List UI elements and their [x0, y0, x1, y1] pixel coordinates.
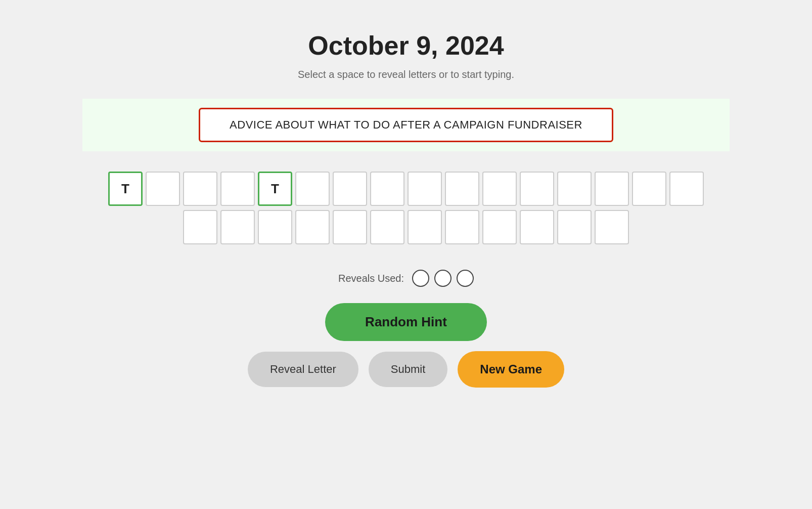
submit-button[interactable]: Submit [369, 352, 447, 387]
bottom-buttons: Reveal Letter Submit New Game [248, 351, 564, 388]
letter-cell[interactable] [482, 210, 517, 244]
letter-cell[interactable] [333, 210, 367, 244]
letter-cell[interactable] [557, 172, 592, 206]
letter-cell[interactable]: T [108, 172, 143, 206]
reveal-circles [412, 270, 474, 287]
page-title: October 9, 2024 [308, 30, 504, 61]
letter-cell[interactable] [632, 172, 666, 206]
reveal-letter-button[interactable]: Reveal Letter [248, 352, 358, 387]
letter-cell[interactable] [595, 210, 629, 244]
letter-cell[interactable] [370, 210, 404, 244]
reveal-circle-3 [457, 270, 474, 287]
letter-cell[interactable] [445, 172, 479, 206]
letter-row-2 [183, 210, 629, 244]
letter-cell[interactable] [595, 172, 629, 206]
letter-cell[interactable] [669, 172, 704, 206]
letter-cell[interactable] [520, 172, 554, 206]
letter-cell[interactable] [370, 172, 404, 206]
letter-cell[interactable] [183, 210, 217, 244]
buttons-section: Random Hint Reveal Letter Submit New Gam… [248, 303, 564, 388]
letter-cell[interactable] [220, 172, 255, 206]
letter-cell[interactable] [183, 172, 217, 206]
letter-cell[interactable]: T [258, 172, 292, 206]
page-subtitle: Select a space to reveal letters or to s… [298, 69, 514, 80]
letter-cell[interactable] [295, 210, 330, 244]
clue-box[interactable]: ADVICE ABOUT WHAT TO DO AFTER A CAMPAIGN… [199, 108, 613, 142]
letter-cell[interactable] [146, 172, 180, 206]
letter-grid: TT [82, 172, 730, 244]
new-game-button[interactable]: New Game [458, 351, 564, 388]
letter-cell[interactable] [482, 172, 517, 206]
reveals-section: Reveals Used: [338, 270, 474, 287]
letter-cell[interactable] [520, 210, 554, 244]
letter-cell[interactable] [408, 210, 442, 244]
clue-wrapper: ADVICE ABOUT WHAT TO DO AFTER A CAMPAIGN… [82, 99, 730, 151]
reveals-label: Reveals Used: [338, 273, 404, 284]
letter-cell[interactable] [333, 172, 367, 206]
letter-cell[interactable] [557, 210, 592, 244]
letter-row-1: TT [108, 172, 704, 206]
random-hint-button[interactable]: Random Hint [325, 303, 487, 341]
letter-cell[interactable] [445, 210, 479, 244]
reveal-circle-2 [434, 270, 452, 287]
letter-cell[interactable] [220, 210, 255, 244]
letter-cell[interactable] [295, 172, 330, 206]
letter-cell[interactable] [258, 210, 292, 244]
main-container: October 9, 2024 Select a space to reveal… [52, 20, 760, 388]
letter-cell[interactable] [408, 172, 442, 206]
reveal-circle-1 [412, 270, 429, 287]
